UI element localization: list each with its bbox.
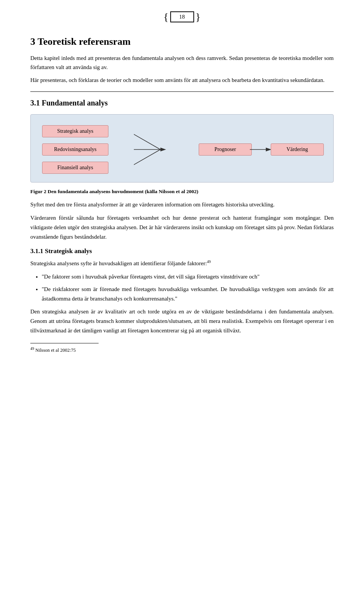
- brace-right-icon: }: [194, 12, 202, 22]
- svg-marker-3: [160, 148, 166, 151]
- footnote-text-content: Nilsson et al 2002:75: [35, 348, 76, 353]
- middle-right-arrow-svg: [250, 144, 273, 155]
- bullet-list: "De faktorer som i huvudsak påverkar för…: [42, 272, 334, 303]
- svg-line-2: [134, 150, 160, 165]
- figure-caption: Figur 2 Den fundamentala analysens huvud…: [30, 188, 334, 195]
- diagram-left-column: Strategisk analys Redovisningsanalys Fin…: [42, 125, 108, 174]
- diagram-box-finansiell: Finansiell analys: [42, 162, 108, 174]
- section-31-title: 3.1 Fundamental analys: [30, 99, 334, 107]
- page-header: { 18 }: [30, 11, 334, 22]
- chapter-intro-1: Detta kapitel inleds med att presenteras…: [30, 54, 334, 72]
- arrows-svg: [134, 127, 176, 172]
- diagram-right-column: Värdering: [273, 143, 322, 156]
- footnote-number: 49: [30, 346, 34, 351]
- chapter-title: 3 Teoretisk referensram: [30, 36, 334, 47]
- diagram-center-column: Prognoser: [201, 143, 250, 156]
- middle-to-right-arrow: [250, 144, 273, 155]
- section-31-para-1: Syftet med den tre första analysformer ä…: [30, 200, 334, 209]
- diagram-arrows-area: [108, 127, 201, 172]
- diagram-box-strategisk: Strategisk analys: [42, 125, 108, 137]
- section-31-para-2: Värderaren förstår sålunda hur företaget…: [30, 213, 334, 241]
- section-311-title: 3.1.1 Strategisk analys: [30, 247, 334, 255]
- fundamental-analys-diagram: Strategisk analys Redovisningsanalys Fin…: [30, 114, 334, 183]
- bullet-item-1: "De faktorer som i huvudsak påverkar för…: [42, 272, 334, 282]
- svg-line-0: [134, 134, 160, 150]
- section-divider: [30, 91, 334, 92]
- bullet-item-2: "De riskfaktorer som är förenade med för…: [42, 285, 334, 304]
- footnote-49: 49 Nilsson et al 2002:75: [30, 346, 334, 354]
- chapter-number: 3: [30, 36, 35, 47]
- footnote-ref-49: 49: [207, 260, 211, 264]
- chapter-intro-2: Här presenteras, och förklaras de teorie…: [30, 76, 334, 85]
- page: { 18 } 3 Teoretisk referensram Detta kap…: [0, 0, 364, 598]
- chapter-title-text: Teoretisk referensram: [38, 36, 130, 47]
- section-311-intro: Strategiska analysens syfte är huvudsakl…: [30, 259, 334, 268]
- diagram-layout: Strategisk analys Redovisningsanalys Fin…: [42, 125, 322, 174]
- figure-caption-bold: Figur 2 Den fundamentala analysens huvud…: [30, 189, 198, 194]
- diagram-box-redovisning: Redovisningsanalys: [42, 143, 108, 156]
- page-number-box: 18: [170, 11, 194, 22]
- page-number: 18: [179, 14, 185, 20]
- section-311-para-1: Den strategiska analysen är av kvalitati…: [30, 307, 334, 335]
- footnote-divider: [30, 343, 99, 343]
- diagram-box-vardering: Värdering: [271, 143, 324, 156]
- diagram-box-prognoser: Prognoser: [199, 143, 252, 156]
- brace-left-icon: {: [162, 12, 170, 22]
